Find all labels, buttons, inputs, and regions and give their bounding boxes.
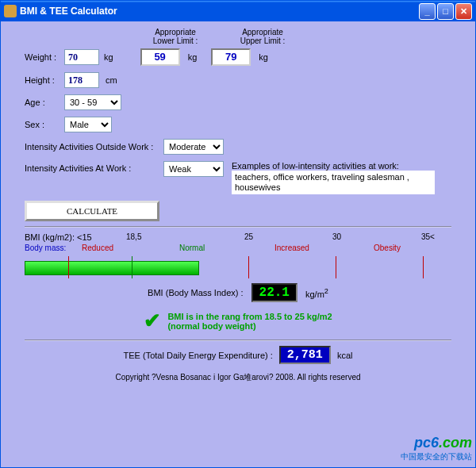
maximize-button[interactable]: □ <box>437 3 454 20</box>
bmi-unit: kg/m2 <box>305 287 328 299</box>
calculate-button[interactable]: CALCULATE <box>25 201 159 221</box>
body-mass-label: Body mass: <box>25 244 66 252</box>
outside-activity-label: Intensity Activities Outside Work : <box>25 142 163 152</box>
upper-limit-value: 79 <box>211 48 251 66</box>
height-input[interactable] <box>64 72 99 88</box>
bmi-bar-fill <box>25 261 199 275</box>
bmi-scale: BMI (kg/m2): <15 18,5 25 30 35< Body mas… <box>25 232 451 278</box>
weight-label: Weight : <box>25 52 64 62</box>
scale-30: 30 <box>332 232 341 241</box>
bmi-value: 22.1 <box>251 283 298 302</box>
examples-label: Examples of low-intensity activities at … <box>232 161 435 171</box>
cat-obesity: Obesity <box>374 244 401 252</box>
age-select[interactable]: 30 - 59 <box>64 94 121 110</box>
bmi-bar-track <box>25 256 451 278</box>
upper-limit-label: Appropriate Upper Limit : <box>231 28 294 45</box>
examples-text: teachers, office workers, traveling sale… <box>232 171 435 194</box>
app-icon <box>4 5 17 17</box>
cat-normal: Normal <box>179 244 205 252</box>
tick-30 <box>336 256 336 278</box>
tick-25 <box>248 256 249 278</box>
window-title: BMI & TEE Calculator <box>20 6 117 17</box>
lower-limit-unit: kg <box>188 52 198 62</box>
scale-185: 18,5 <box>126 232 141 241</box>
titlebar[interactable]: BMI & TEE Calculator _ □ ✕ <box>1 1 475 21</box>
tee-value: 2,781 <box>279 346 331 364</box>
cat-reduced: Reduced <box>82 244 113 252</box>
close-button[interactable]: ✕ <box>455 3 472 20</box>
bmi-status-line1: BMI is in the rang from 18.5 to 25 kg/m2 <box>167 312 332 321</box>
copyright: Copyright ?Vesna Bosanac i Igor Ga堆arovi… <box>25 372 451 383</box>
sex-select[interactable]: Male <box>64 117 112 132</box>
atwork-activity-label: Intensity Activities At Work : <box>25 161 163 173</box>
outside-activity-select[interactable]: Moderate <box>163 139 224 155</box>
lower-limit-label: Appropriate Lower Limit : <box>144 28 207 45</box>
weight-input[interactable] <box>64 49 99 65</box>
lower-limit-value: 59 <box>140 48 180 66</box>
scale-header: BMI (kg/m2): <15 <box>25 232 92 242</box>
cat-increased: Increased <box>274 244 309 252</box>
atwork-activity-select[interactable]: Weak <box>163 161 224 177</box>
sex-label: Sex : <box>25 120 64 129</box>
divider <box>25 226 451 228</box>
weight-unit: kg <box>104 52 113 62</box>
check-icon: ✔ <box>144 309 161 333</box>
tick-35 <box>423 256 424 278</box>
watermark: pc6.com 中国最安全的下载站 <box>401 435 472 462</box>
tee-label: TEE (Total Daily Energy Expenditure) : <box>124 351 273 360</box>
bmi-status-line2: (normal body weight) <box>167 321 332 331</box>
upper-limit-unit: kg <box>259 52 268 62</box>
height-label: Height : <box>25 75 64 85</box>
bmi-label: BMI (Body Mass Index) : <box>148 288 243 297</box>
age-label: Age : <box>25 98 64 107</box>
height-unit: cm <box>106 75 117 85</box>
app-window: BMI & TEE Calculator _ □ ✕ Appropriate L… <box>0 0 476 468</box>
minimize-button[interactable]: _ <box>419 3 436 20</box>
scale-35: 35< <box>421 232 435 241</box>
tick-15 <box>68 256 69 278</box>
tee-unit: kcal <box>337 351 353 360</box>
scale-25: 25 <box>244 232 253 241</box>
tick-185 <box>132 256 132 278</box>
divider-2 <box>25 339 451 341</box>
